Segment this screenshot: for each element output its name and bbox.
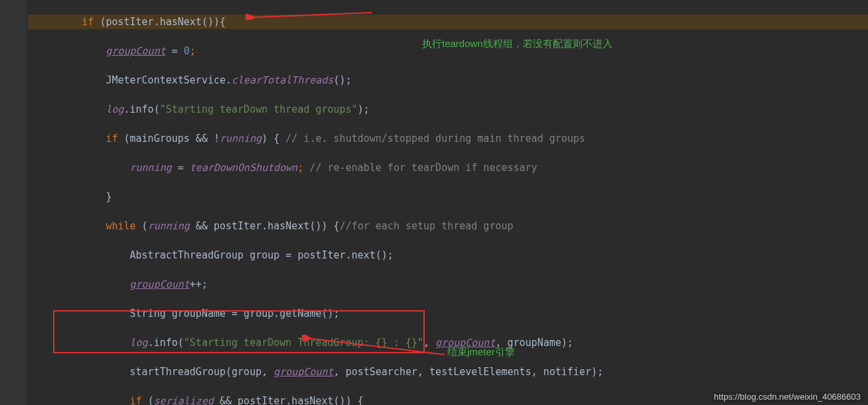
code-line: JMeterContextService.clearTotalThreads()… [28,73,868,87]
code-line: log.info("Starting tearDown thread group… [28,102,868,117]
code-line: String groupName = group.getName(); [28,306,868,321]
editor-gutter [0,0,28,405]
code-line: while (running && postIter.hasNext()) {/… [28,219,868,233]
code-line: startThreadGroup(group, groupCount, post… [28,365,868,379]
watermark: https://blog.csdn.net/weixin_40686603 [712,391,863,402]
code-line: running = tearDownOnShutdown; // re-enab… [28,160,868,175]
code-line: AbstractThreadGroup group = postIter.nex… [28,248,868,262]
code-editor[interactable]: if (postIter.hasNext()){ groupCount = 0;… [28,0,868,405]
annotation-text: 结束jmeter引擎 [447,346,515,359]
code-line: } [28,190,868,204]
code-line: groupCount++; [28,277,868,292]
code-line: if (postIter.hasNext()){ [28,15,868,29]
annotation-text: 执行teardown线程组，若没有配置则不进入 [422,38,613,50]
code-line: if (mainGroups && !running) { // i.e. sh… [28,131,868,146]
